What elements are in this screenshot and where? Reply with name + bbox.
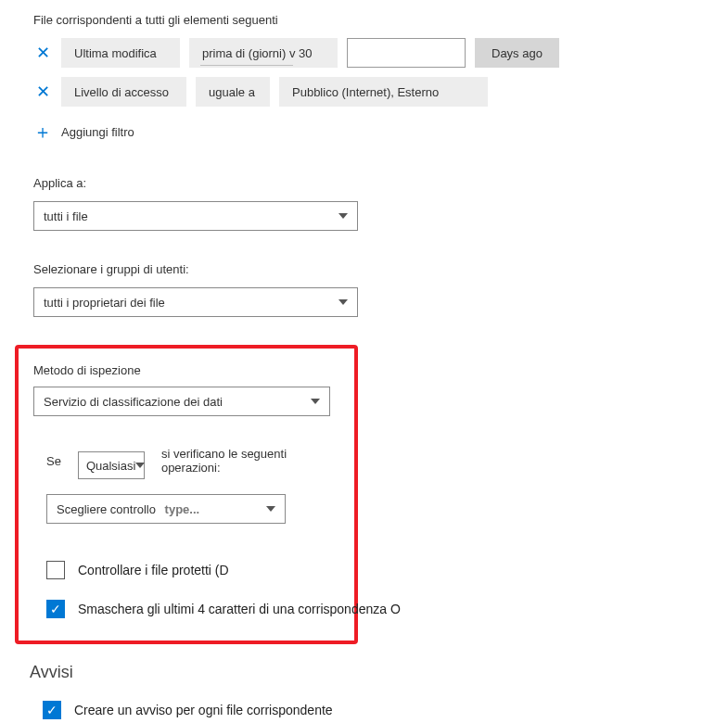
days-ago-button[interactable]: Days ago xyxy=(475,38,559,68)
choose-control-label: Scegliere controllo xyxy=(57,502,156,516)
checkbox-row: ✓ Smaschera gli ultimi 4 caratteri di un… xyxy=(46,600,339,618)
apply-to-value: tutti i file xyxy=(44,209,88,223)
apply-to-label: Applica a: xyxy=(33,176,728,190)
filter-field-chip[interactable]: Livello di accesso xyxy=(61,77,186,107)
checkbox-row: Controllare i file protetti (D xyxy=(46,561,339,579)
filters-group: ✕ Ultima modifica prima di (giorni) v 30… xyxy=(33,38,728,145)
if-label: Se xyxy=(46,454,61,468)
user-groups-block: Selezionare i gruppi di utenti: tutti i … xyxy=(33,262,728,317)
user-groups-label: Selezionare i gruppi di utenti: xyxy=(33,262,728,276)
inspection-highlight-box: Metodo di ispezione Servizio di classifi… xyxy=(15,345,358,644)
inspection-method-value: Servizio di classificazione dei dati xyxy=(44,395,223,409)
choose-control-select[interactable]: Scegliere controllo type... xyxy=(46,494,286,524)
filter-row: ✕ Ultima modifica prima di (giorni) v 30… xyxy=(33,38,728,68)
chevron-down-icon xyxy=(338,299,348,305)
create-alert-label: Creare un avviso per ogni file corrispon… xyxy=(74,703,333,717)
inspection-method-select[interactable]: Servizio di classificazione dei dati xyxy=(33,387,330,416)
chevron-down-icon xyxy=(338,213,348,219)
inspect-protected-label: Controllare i file protetti (D xyxy=(78,563,229,577)
following-label: si verificano le seguenti operazioni: xyxy=(161,447,339,475)
inspect-protected-checkbox[interactable] xyxy=(46,561,65,579)
apply-to-select[interactable]: tutti i file xyxy=(33,201,358,231)
filter-operator-chip[interactable]: uguale a xyxy=(196,77,270,107)
filter-field-chip[interactable]: Ultima modifica xyxy=(61,38,180,68)
chevron-down-icon xyxy=(311,399,320,404)
filter-value-input[interactable] xyxy=(347,38,466,68)
alerts-heading: Avvisi xyxy=(30,663,728,682)
any-select[interactable]: Qualsiasi xyxy=(78,451,145,479)
remove-filter-icon[interactable]: ✕ xyxy=(33,82,52,102)
add-filter-label: Aggiungi filtro xyxy=(61,125,134,139)
filters-heading: File corrispondenti a tutti gli elementi… xyxy=(33,13,728,27)
plus-icon: ＋ xyxy=(33,120,52,145)
apply-to-block: Applica a: tutti i file xyxy=(33,176,728,231)
filter-row: ✕ Livello di accesso uguale a Pubblico (… xyxy=(33,77,728,107)
any-value: Qualsiasi xyxy=(86,459,135,473)
choose-control-placeholder: type... xyxy=(165,502,200,516)
condition-row: Se Qualsiasi si verificano le seguenti o… xyxy=(46,442,339,479)
filter-operator-chip[interactable]: prima di (giorni) v 30 xyxy=(189,38,338,68)
underline xyxy=(200,65,293,66)
chevron-down-icon xyxy=(266,506,275,512)
filter-value-chip[interactable]: Pubblico (Internet), Esterno xyxy=(279,77,488,107)
inspection-label: Metodo di ispezione xyxy=(33,363,339,377)
alerts-checkbox-row: ✓ Creare un avviso per ogni file corrisp… xyxy=(43,701,728,719)
filter-operator-text: prima di (giorni) v 30 xyxy=(202,46,313,60)
create-alert-checkbox[interactable]: ✓ xyxy=(43,701,61,719)
mask-last4-checkbox[interactable]: ✓ xyxy=(46,600,65,618)
remove-filter-icon[interactable]: ✕ xyxy=(33,43,52,63)
user-groups-value: tutti i proprietari dei file xyxy=(44,296,165,310)
choose-control-row: Scegliere controllo type... xyxy=(46,494,339,524)
chevron-down-icon xyxy=(135,463,145,468)
add-filter-button[interactable]: ＋ Aggiungi filtro xyxy=(33,120,728,145)
user-groups-select[interactable]: tutti i proprietari dei file xyxy=(33,287,358,317)
mask-last4-label: Smaschera gli ultimi 4 caratteri di una … xyxy=(78,602,401,616)
